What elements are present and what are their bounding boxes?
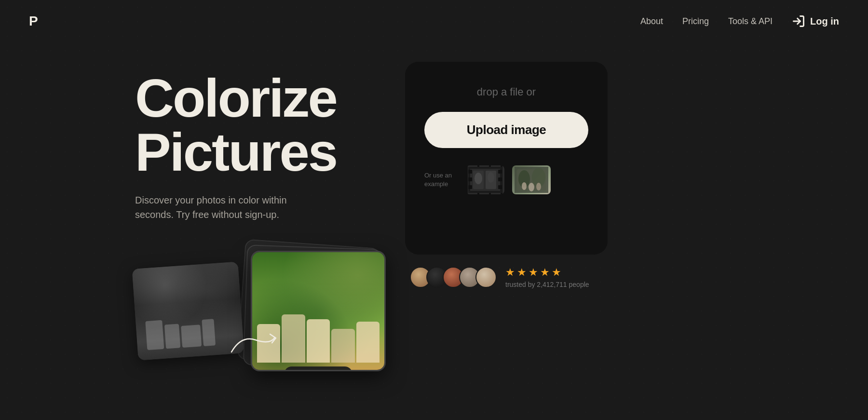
upload-button[interactable]: Upload image	[424, 112, 588, 148]
example-thumb-1[interactable]	[466, 165, 504, 194]
svg-point-18	[529, 183, 534, 191]
hero-section: Colorize Pictures Discover your photos i…	[135, 62, 366, 386]
star-2: ★	[517, 266, 527, 279]
logo[interactable]: P	[29, 14, 38, 29]
upload-panel: drop a file or Upload image Or use anexa…	[405, 62, 608, 255]
social-proof: ★ ★ ★ ★ ★ trusted by 2,412,711 people	[405, 266, 608, 288]
nav-links: About Pricing Tools & API Log in	[640, 14, 839, 28]
avatars	[410, 267, 497, 288]
svg-point-17	[522, 182, 527, 190]
upload-section: drop a file or Upload image Or use anexa…	[405, 62, 608, 288]
svg-rect-8	[498, 185, 502, 189]
stars: ★ ★ ★ ★ ★	[505, 266, 589, 279]
arrow-decoration	[227, 330, 285, 361]
trusted-text: trusted by 2,412,711 people	[505, 281, 589, 288]
hero-title: Colorize Pictures	[135, 71, 366, 179]
svg-rect-6	[498, 170, 502, 174]
svg-point-11	[475, 173, 482, 184]
main-content: Colorize Pictures Discover your photos i…	[0, 42, 868, 386]
svg-rect-3	[468, 170, 472, 174]
hero-subtitle: Discover your photos in color within sec…	[135, 193, 309, 222]
nav-about[interactable]: About	[640, 16, 663, 27]
svg-rect-7	[498, 177, 502, 181]
example-thumb-2[interactable]	[512, 165, 551, 194]
navigation: P About Pricing Tools & API Log in	[0, 0, 868, 42]
avatar-5	[475, 267, 497, 288]
star-4: ★	[540, 266, 550, 279]
svg-rect-4	[468, 177, 472, 181]
star-1: ★	[505, 266, 515, 279]
nav-tools[interactable]: Tools & API	[728, 16, 773, 27]
examples-row: Or use anexample	[424, 165, 588, 194]
example-photo-icon	[515, 167, 548, 193]
star-3: ★	[529, 266, 538, 279]
film-icon	[468, 167, 502, 193]
login-icon	[792, 14, 805, 28]
examples-label: Or use anexample	[424, 171, 458, 189]
demo-images: 21+ Color filters	[135, 251, 376, 386]
login-label: Log in	[810, 16, 839, 27]
drop-text: drop a file or	[477, 86, 536, 98]
rating-block: ★ ★ ★ ★ ★ trusted by 2,412,711 people	[505, 266, 589, 288]
nav-login[interactable]: Log in	[792, 14, 839, 28]
svg-rect-5	[468, 185, 472, 189]
arrow-icon	[227, 330, 285, 359]
svg-point-12	[488, 172, 494, 183]
svg-point-19	[536, 183, 541, 190]
star-5: ★	[552, 266, 561, 279]
nav-pricing[interactable]: Pricing	[682, 16, 709, 27]
color-filters-badge: 21+ Color filters	[284, 366, 353, 371]
